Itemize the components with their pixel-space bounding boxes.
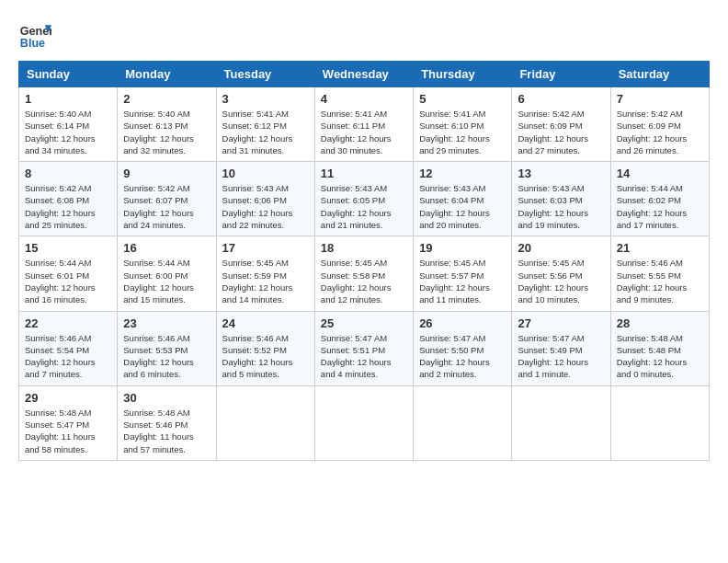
- day-number-11: 11: [321, 167, 407, 180]
- day-info-24: Sunrise: 5:46 AM Sunset: 5:52 PM Dayligh…: [222, 332, 309, 381]
- day-number-29: 29: [25, 391, 111, 405]
- day-number-12: 12: [419, 167, 506, 180]
- weekday-sunday: Sunday: [19, 62, 118, 87]
- day-cell-7: 7Sunrise: 5:42 AM Sunset: 6:09 PM Daylig…: [610, 87, 709, 162]
- svg-text:Blue: Blue: [20, 37, 45, 50]
- day-cell-11: 11Sunrise: 5:43 AM Sunset: 6:05 PM Dayli…: [314, 162, 413, 236]
- day-number-6: 6: [518, 92, 604, 106]
- day-number-18: 18: [321, 241, 407, 255]
- day-cell-23: 23Sunrise: 5:46 AM Sunset: 5:53 PM Dayli…: [118, 311, 216, 385]
- day-number-25: 25: [321, 316, 407, 330]
- day-info-3: Sunrise: 5:41 AM Sunset: 6:12 PM Dayligh…: [222, 108, 309, 156]
- week-row-1: 1Sunrise: 5:40 AM Sunset: 6:14 PM Daylig…: [19, 87, 710, 162]
- day-cell-6: 6Sunrise: 5:42 AM Sunset: 6:09 PM Daylig…: [512, 87, 610, 162]
- day-number-22: 22: [25, 316, 111, 330]
- day-number-2: 2: [123, 92, 210, 106]
- day-number-20: 20: [518, 241, 604, 255]
- day-info-14: Sunrise: 5:44 AM Sunset: 6:02 PM Dayligh…: [617, 182, 703, 231]
- empty-cell: [314, 385, 413, 460]
- day-number-24: 24: [222, 316, 309, 330]
- day-info-17: Sunrise: 5:45 AM Sunset: 5:59 PM Dayligh…: [222, 257, 309, 305]
- day-cell-24: 24Sunrise: 5:46 AM Sunset: 5:52 PM Dayli…: [216, 311, 314, 385]
- day-number-23: 23: [123, 316, 210, 330]
- day-number-14: 14: [617, 167, 703, 180]
- day-cell-17: 17Sunrise: 5:45 AM Sunset: 5:59 PM Dayli…: [216, 236, 314, 311]
- day-info-11: Sunrise: 5:43 AM Sunset: 6:05 PM Dayligh…: [321, 182, 407, 231]
- day-cell-26: 26Sunrise: 5:47 AM Sunset: 5:50 PM Dayli…: [414, 311, 512, 385]
- day-cell-25: 25Sunrise: 5:47 AM Sunset: 5:51 PM Dayli…: [314, 311, 413, 385]
- day-cell-21: 21Sunrise: 5:46 AM Sunset: 5:55 PM Dayli…: [610, 236, 709, 311]
- day-cell-18: 18Sunrise: 5:45 AM Sunset: 5:58 PM Dayli…: [314, 236, 413, 311]
- day-cell-4: 4Sunrise: 5:41 AM Sunset: 6:11 PM Daylig…: [314, 87, 413, 162]
- day-cell-12: 12Sunrise: 5:43 AM Sunset: 6:04 PM Dayli…: [414, 162, 512, 236]
- week-row-3: 15Sunrise: 5:44 AM Sunset: 6:01 PM Dayli…: [19, 236, 710, 311]
- weekday-wednesday: Wednesday: [314, 62, 413, 87]
- day-cell-13: 13Sunrise: 5:43 AM Sunset: 6:03 PM Dayli…: [512, 162, 610, 236]
- day-number-26: 26: [419, 316, 506, 330]
- day-cell-29: 29Sunrise: 5:48 AM Sunset: 5:47 PM Dayli…: [19, 385, 118, 460]
- day-info-27: Sunrise: 5:47 AM Sunset: 5:49 PM Dayligh…: [518, 332, 604, 381]
- calendar-body: 1Sunrise: 5:40 AM Sunset: 6:14 PM Daylig…: [19, 87, 710, 461]
- day-info-1: Sunrise: 5:40 AM Sunset: 6:14 PM Dayligh…: [25, 108, 111, 156]
- day-info-2: Sunrise: 5:40 AM Sunset: 6:13 PM Dayligh…: [123, 108, 210, 156]
- day-info-15: Sunrise: 5:44 AM Sunset: 6:01 PM Dayligh…: [25, 257, 111, 305]
- day-number-4: 4: [321, 92, 407, 106]
- day-info-8: Sunrise: 5:42 AM Sunset: 6:08 PM Dayligh…: [25, 182, 111, 231]
- day-info-21: Sunrise: 5:46 AM Sunset: 5:55 PM Dayligh…: [617, 257, 703, 305]
- day-info-28: Sunrise: 5:48 AM Sunset: 5:48 PM Dayligh…: [617, 332, 703, 381]
- day-number-19: 19: [419, 241, 506, 255]
- day-info-30: Sunrise: 5:48 AM Sunset: 5:46 PM Dayligh…: [123, 407, 210, 455]
- day-info-18: Sunrise: 5:45 AM Sunset: 5:58 PM Dayligh…: [321, 257, 407, 305]
- week-row-5: 29Sunrise: 5:48 AM Sunset: 5:47 PM Dayli…: [19, 385, 710, 460]
- empty-cell: [414, 385, 512, 460]
- day-number-5: 5: [419, 92, 506, 106]
- day-info-4: Sunrise: 5:41 AM Sunset: 6:11 PM Dayligh…: [321, 108, 407, 156]
- day-cell-20: 20Sunrise: 5:45 AM Sunset: 5:56 PM Dayli…: [512, 236, 610, 311]
- day-info-13: Sunrise: 5:43 AM Sunset: 6:03 PM Dayligh…: [518, 182, 604, 231]
- day-number-30: 30: [123, 391, 210, 405]
- weekday-tuesday: Tuesday: [216, 62, 314, 87]
- day-info-26: Sunrise: 5:47 AM Sunset: 5:50 PM Dayligh…: [419, 332, 506, 381]
- day-info-10: Sunrise: 5:43 AM Sunset: 6:06 PM Dayligh…: [222, 182, 309, 231]
- day-cell-30: 30Sunrise: 5:48 AM Sunset: 5:46 PM Dayli…: [118, 385, 216, 460]
- weekday-saturday: Saturday: [610, 62, 709, 87]
- empty-cell: [610, 385, 709, 460]
- day-info-9: Sunrise: 5:42 AM Sunset: 6:07 PM Dayligh…: [123, 182, 210, 231]
- day-number-13: 13: [518, 167, 604, 180]
- day-info-16: Sunrise: 5:44 AM Sunset: 6:00 PM Dayligh…: [123, 257, 210, 305]
- day-cell-27: 27Sunrise: 5:47 AM Sunset: 5:49 PM Dayli…: [512, 311, 610, 385]
- day-info-23: Sunrise: 5:46 AM Sunset: 5:53 PM Dayligh…: [123, 332, 210, 381]
- day-cell-2: 2Sunrise: 5:40 AM Sunset: 6:13 PM Daylig…: [118, 87, 216, 162]
- day-cell-5: 5Sunrise: 5:41 AM Sunset: 6:10 PM Daylig…: [414, 87, 512, 162]
- day-number-10: 10: [222, 167, 309, 180]
- day-info-22: Sunrise: 5:46 AM Sunset: 5:54 PM Dayligh…: [25, 332, 111, 381]
- header: General Blue: [18, 18, 710, 52]
- day-cell-15: 15Sunrise: 5:44 AM Sunset: 6:01 PM Dayli…: [19, 236, 118, 311]
- day-cell-16: 16Sunrise: 5:44 AM Sunset: 6:00 PM Dayli…: [118, 236, 216, 311]
- calendar: SundayMondayTuesdayWednesdayThursdayFrid…: [18, 61, 710, 461]
- day-number-8: 8: [25, 167, 111, 180]
- day-cell-22: 22Sunrise: 5:46 AM Sunset: 5:54 PM Dayli…: [19, 311, 118, 385]
- weekday-thursday: Thursday: [414, 62, 512, 87]
- day-number-7: 7: [617, 92, 703, 106]
- day-number-28: 28: [617, 316, 703, 330]
- empty-cell: [512, 385, 610, 460]
- day-cell-1: 1Sunrise: 5:40 AM Sunset: 6:14 PM Daylig…: [19, 87, 118, 162]
- day-number-9: 9: [123, 167, 210, 180]
- day-cell-10: 10Sunrise: 5:43 AM Sunset: 6:06 PM Dayli…: [216, 162, 314, 236]
- day-number-3: 3: [222, 92, 309, 106]
- week-row-2: 8Sunrise: 5:42 AM Sunset: 6:08 PM Daylig…: [19, 162, 710, 236]
- day-info-19: Sunrise: 5:45 AM Sunset: 5:57 PM Dayligh…: [419, 257, 506, 305]
- day-info-12: Sunrise: 5:43 AM Sunset: 6:04 PM Dayligh…: [419, 182, 506, 231]
- day-cell-28: 28Sunrise: 5:48 AM Sunset: 5:48 PM Dayli…: [610, 311, 709, 385]
- day-info-5: Sunrise: 5:41 AM Sunset: 6:10 PM Dayligh…: [419, 108, 506, 156]
- logo-icon: General Blue: [18, 18, 51, 52]
- week-row-4: 22Sunrise: 5:46 AM Sunset: 5:54 PM Dayli…: [19, 311, 710, 385]
- weekday-header: SundayMondayTuesdayWednesdayThursdayFrid…: [19, 62, 710, 87]
- empty-cell: [216, 385, 314, 460]
- day-cell-3: 3Sunrise: 5:41 AM Sunset: 6:12 PM Daylig…: [216, 87, 314, 162]
- day-number-15: 15: [25, 241, 111, 255]
- logo: General Blue: [18, 18, 55, 52]
- weekday-monday: Monday: [118, 62, 216, 87]
- day-number-1: 1: [25, 92, 111, 106]
